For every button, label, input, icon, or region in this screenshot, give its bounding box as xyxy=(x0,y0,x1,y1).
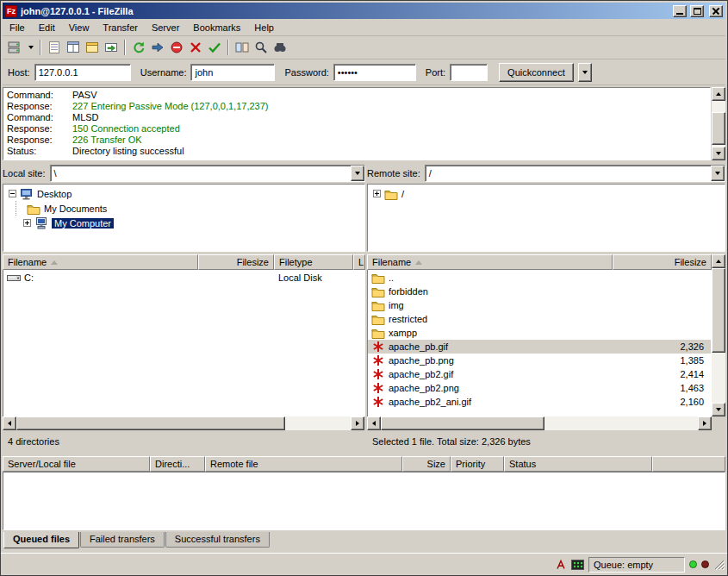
column-direction[interactable]: Directi... xyxy=(150,456,205,472)
menu-edit[interactable]: Edit xyxy=(32,20,62,35)
titlebar[interactable]: Fz john@127.0.0.1 - FileZilla xyxy=(3,3,725,19)
close-button[interactable] xyxy=(709,5,723,17)
menubar: File Edit View Transfer Server Bookmarks… xyxy=(3,19,725,36)
remote-file-row[interactable]: img xyxy=(368,298,711,312)
remote-list-scrollbar[interactable] xyxy=(712,254,725,416)
scroll-right-button[interactable] xyxy=(351,416,364,430)
minimize-button[interactable] xyxy=(673,5,687,17)
log-text: 226 Transfer OK xyxy=(72,135,142,146)
port-input[interactable] xyxy=(450,64,488,81)
tree-item-desktop[interactable]: Desktop xyxy=(3,186,364,201)
maximize-icon xyxy=(694,8,701,15)
remote-site-value[interactable]: / xyxy=(426,166,711,181)
column-filename[interactable]: Filename xyxy=(367,254,613,270)
remote-file-row[interactable]: xampp xyxy=(368,326,711,340)
remote-file-row[interactable]: forbidden xyxy=(368,285,711,298)
connect-dropdown-icon[interactable] xyxy=(25,39,36,56)
tab-successful-transfers[interactable]: Successful transfers xyxy=(165,532,270,548)
remote-file-row[interactable]: apache_pb.png 1,385 xyxy=(368,354,711,367)
scroll-left-button[interactable] xyxy=(3,416,16,430)
scroll-right-button[interactable] xyxy=(698,416,712,430)
remote-file-row[interactable]: restricted xyxy=(368,312,711,326)
scrollbar-thumb[interactable] xyxy=(16,416,285,430)
column-filesize[interactable]: Filesize xyxy=(198,254,274,270)
scrollbar-thumb[interactable] xyxy=(712,268,725,353)
local-site-label: Local site: xyxy=(3,168,46,178)
scrollbar-thumb[interactable] xyxy=(381,416,544,430)
toggle-log-icon[interactable] xyxy=(45,39,64,56)
column-filetype[interactable]: Filetype xyxy=(274,254,353,270)
connect-icon[interactable] xyxy=(6,39,25,56)
remote-file-row[interactable]: apache_pb2.png 1,463 xyxy=(368,381,711,395)
resize-grip[interactable] xyxy=(713,559,725,570)
tree-item-root[interactable]: / xyxy=(368,186,725,201)
collapse-icon[interactable] xyxy=(9,190,16,197)
expand-icon[interactable] xyxy=(373,190,381,197)
message-log: Command:PASV Response:227 Entering Passi… xyxy=(3,87,711,160)
column-remote-file[interactable]: Remote file xyxy=(205,456,402,472)
username-input[interactable] xyxy=(190,64,275,81)
process-queue-icon[interactable] xyxy=(148,39,167,56)
remote-site-combo[interactable]: / xyxy=(425,165,725,182)
log-type: Command: xyxy=(7,112,72,123)
expand-icon[interactable] xyxy=(23,219,31,227)
menu-server[interactable]: Server xyxy=(145,20,186,35)
sync-browsing-icon[interactable] xyxy=(271,39,289,56)
menu-view[interactable]: View xyxy=(62,20,96,35)
scroll-down-button[interactable] xyxy=(712,403,725,416)
tab-queued-files[interactable]: Queued files xyxy=(3,532,79,548)
log-scrollbar[interactable] xyxy=(712,87,725,160)
toolbar-separator xyxy=(40,40,41,55)
menu-file[interactable]: File xyxy=(3,20,32,35)
disconnect-icon[interactable] xyxy=(186,39,205,56)
column-last-modified[interactable]: L xyxy=(353,254,365,270)
remote-file-row[interactable]: apache_pb2_ani.gif 2,160 xyxy=(368,395,711,409)
column-priority[interactable]: Priority xyxy=(451,456,504,472)
toggle-queue-icon[interactable] xyxy=(102,39,121,56)
scroll-up-button[interactable] xyxy=(712,87,725,101)
column-status[interactable]: Status xyxy=(504,456,652,472)
remote-file-row-selected[interactable]: apache_pb.gif 2,326 xyxy=(368,340,711,354)
remote-list-header: Filename Filesize xyxy=(367,254,712,270)
password-input[interactable] xyxy=(333,64,416,81)
refresh-icon[interactable] xyxy=(129,39,148,56)
host-input[interactable] xyxy=(34,64,131,81)
cancel-icon[interactable] xyxy=(167,39,186,56)
local-site-combo[interactable]: \ xyxy=(50,165,365,182)
column-server-local-file[interactable]: Server/Local file xyxy=(3,456,150,472)
combo-dropdown-icon[interactable] xyxy=(351,166,364,181)
local-list-hscrollbar[interactable] xyxy=(3,416,364,430)
scrollbar-thumb[interactable] xyxy=(712,112,725,145)
column-filesize[interactable]: Filesize xyxy=(613,254,712,270)
column-label: Size xyxy=(427,459,445,469)
filter-icon[interactable] xyxy=(205,39,224,56)
column-size[interactable]: Size xyxy=(402,456,451,472)
menu-help[interactable]: Help xyxy=(247,20,281,35)
tree-item-my-documents[interactable]: My Documents xyxy=(3,201,364,216)
local-site-value[interactable]: \ xyxy=(51,166,351,181)
combo-dropdown-icon[interactable] xyxy=(711,166,725,181)
compare-icon[interactable] xyxy=(233,39,252,56)
menu-bookmarks[interactable]: Bookmarks xyxy=(186,20,247,35)
scroll-up-button[interactable] xyxy=(712,254,725,268)
remote-file-row[interactable]: apache_pb2.gif 2,414 xyxy=(368,367,711,381)
column-filename[interactable]: Filename xyxy=(3,254,198,270)
scroll-down-button[interactable] xyxy=(712,147,725,160)
local-file-row[interactable]: C: Local Disk xyxy=(3,271,364,285)
tree-item-my-computer[interactable]: My Computer xyxy=(3,216,364,230)
scroll-left-button[interactable] xyxy=(367,416,381,430)
toggle-localpane-icon[interactable] xyxy=(83,39,102,56)
tab-failed-transfers[interactable]: Failed transfers xyxy=(80,532,165,548)
quickconnect-button[interactable]: Quickconnect xyxy=(499,63,574,82)
toggle-treeview-icon[interactable] xyxy=(64,39,83,56)
quickconnect-dropdown-icon[interactable] xyxy=(578,63,592,82)
maximize-button[interactable] xyxy=(690,5,704,17)
menu-transfer[interactable]: Transfer xyxy=(96,20,145,35)
folder-icon xyxy=(27,202,40,216)
computer-icon xyxy=(34,216,48,230)
filezilla-app-icon: Fz xyxy=(5,5,17,17)
remote-file-row[interactable]: .. xyxy=(368,271,711,285)
search-icon[interactable] xyxy=(252,39,271,56)
column-label: Remote file xyxy=(210,459,258,469)
remote-list-hscrollbar[interactable] xyxy=(367,416,712,430)
